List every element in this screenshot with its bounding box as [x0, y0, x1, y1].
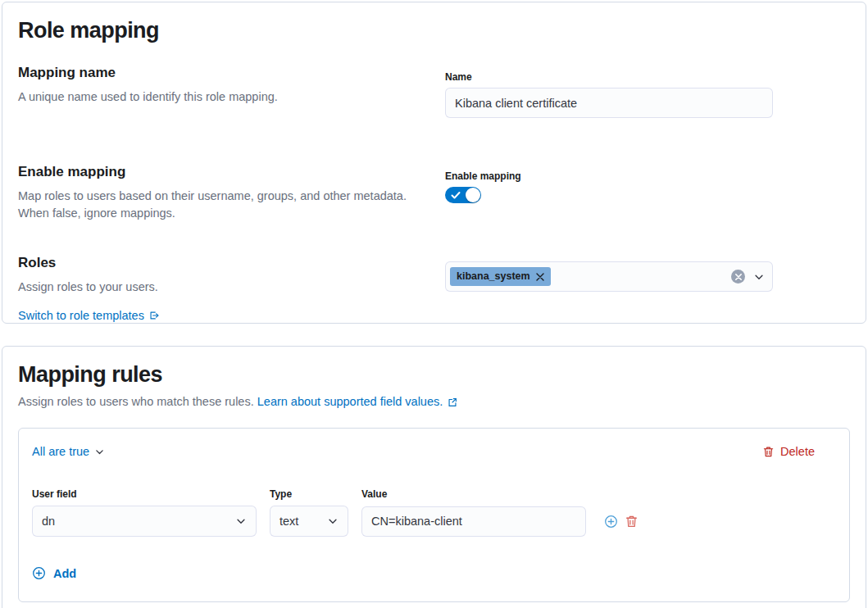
trash-icon: [762, 446, 775, 458]
external-link-icon: [447, 397, 458, 408]
combobox-controls: [731, 270, 765, 284]
chevron-down-icon: [94, 447, 105, 457]
remove-role-icon[interactable]: [536, 273, 544, 281]
mapping-rules-description-text: Assign roles to users who match these ru…: [18, 395, 254, 408]
roles-row: Roles Assign roles to your users. Switch…: [18, 255, 850, 323]
condition-dropdown-button[interactable]: All are true: [32, 445, 105, 458]
type-select-value: text: [279, 515, 298, 528]
roles-field-col: kibana_system: [445, 255, 773, 323]
chevron-down-icon[interactable]: [753, 271, 765, 283]
cross-icon: [735, 274, 742, 280]
value-input[interactable]: [361, 506, 586, 537]
delete-label: Delete: [780, 445, 815, 458]
chevron-down-icon: [327, 515, 339, 527]
switch-to-role-templates-link[interactable]: Switch to role templates: [18, 309, 160, 322]
type-select[interactable]: text: [270, 506, 348, 537]
enable-mapping-description-col: Enable mapping Map roles to users based …: [18, 164, 445, 222]
rule-group-header: All are true Delete: [32, 445, 836, 458]
learn-link-label: Learn about supported field values.: [257, 393, 443, 411]
rule-column-labels: User field Type Value: [32, 488, 836, 500]
delete-rule-group-button[interactable]: Delete: [762, 445, 815, 458]
box-arrow-right-icon: [148, 310, 160, 321]
condition-label: All are true: [32, 445, 89, 458]
chevron-down-icon: [235, 515, 247, 527]
enable-mapping-field-col: Enable mapping: [445, 164, 773, 222]
plus-in-circle-icon: [604, 515, 618, 529]
mapping-name-description-col: Mapping name A unique name used to ident…: [18, 65, 445, 118]
page-title: Role mapping: [18, 17, 850, 43]
mapping-name-description: A unique name used to identify this role…: [18, 88, 422, 106]
toggle-thumb: [466, 188, 480, 202]
check-icon: [451, 190, 461, 200]
type-column-label: Type: [270, 488, 361, 500]
mapping-name-field-col: Name: [445, 65, 773, 118]
trash-icon: [625, 515, 639, 529]
roles-description-col: Roles Assign roles to your users. Switch…: [18, 255, 445, 323]
delete-rule-button[interactable]: [625, 515, 639, 529]
add-label: Add: [53, 567, 76, 580]
enable-mapping-description: Map roles to users based on their userna…: [18, 188, 422, 222]
add-condition-button[interactable]: Add: [32, 566, 76, 580]
role-badge[interactable]: kibana_system: [450, 267, 551, 286]
role-badge-label: kibana_system: [457, 271, 530, 282]
clear-roles-button[interactable]: [731, 270, 745, 284]
rule-group-panel: All are true Delete User field Type Valu…: [18, 428, 850, 602]
enable-mapping-switch-label: Enable mapping: [445, 170, 773, 182]
switch-to-role-templates-label: Switch to role templates: [18, 309, 144, 322]
user-field-column-label: User field: [32, 488, 270, 500]
user-field-select-value: dn: [42, 515, 55, 528]
value-column-label: Value: [361, 488, 387, 500]
roles-heading: Roles: [18, 255, 422, 271]
plus-in-circle-icon: [32, 566, 46, 580]
user-field-select[interactable]: dn: [32, 506, 257, 537]
rule-row: dn text: [32, 506, 836, 537]
mapping-rules-description: Assign roles to users who match these ru…: [18, 393, 850, 411]
mapping-name-row: Mapping name A unique name used to ident…: [18, 65, 850, 118]
name-input[interactable]: [445, 88, 773, 118]
add-rule-button[interactable]: [604, 515, 618, 529]
mapping-name-heading: Mapping name: [18, 65, 422, 81]
enable-mapping-heading: Enable mapping: [18, 164, 422, 180]
roles-description: Assign roles to your users.: [18, 279, 422, 296]
role-mapping-panel: Role mapping Mapping name A unique name …: [2, 2, 866, 324]
mapping-rules-panel: Mapping rules Assign roles to users who …: [2, 346, 866, 608]
enable-mapping-row: Enable mapping Map roles to users based …: [18, 164, 850, 222]
value-field-wrap: [361, 506, 586, 537]
mapping-rules-title: Mapping rules: [18, 361, 850, 388]
roles-combobox[interactable]: kibana_system: [445, 261, 773, 292]
name-field-label: Name: [445, 71, 773, 83]
enable-mapping-toggle[interactable]: [445, 187, 481, 203]
learn-about-field-values-link[interactable]: Learn about supported field values.: [257, 393, 459, 411]
